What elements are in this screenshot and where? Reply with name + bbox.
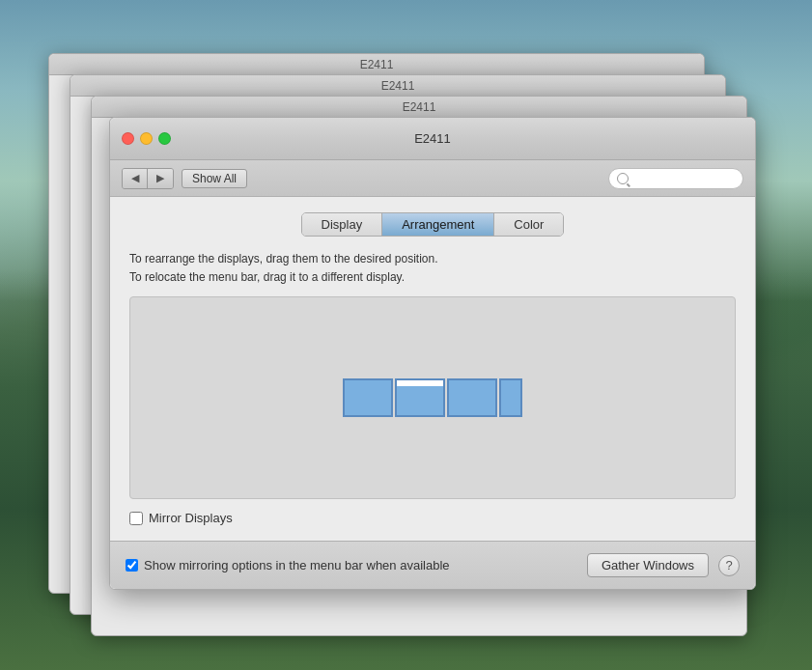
- show-mirroring-label: Show mirroring options in the menu bar w…: [144, 558, 450, 572]
- window-title: E2411: [414, 131, 451, 146]
- tab-arrangement[interactable]: Arrangement: [382, 213, 494, 236]
- tab-display[interactable]: Display: [302, 213, 383, 236]
- monitors-group: [343, 378, 522, 417]
- forward-button[interactable]: ▶: [148, 169, 173, 188]
- close-button[interactable]: [122, 132, 134, 145]
- search-icon: [617, 173, 629, 184]
- monitor-1[interactable]: [343, 378, 393, 417]
- search-input[interactable]: [632, 172, 735, 185]
- mirror-displays-checkbox[interactable]: [129, 512, 143, 525]
- menubar-indicator: [397, 380, 443, 386]
- tabs-container: Display Arrangement Color: [129, 212, 736, 237]
- show-all-button[interactable]: Show All: [182, 169, 247, 188]
- content-area: Display Arrangement Color To rearrange t…: [110, 197, 755, 541]
- search-box[interactable]: [608, 168, 743, 189]
- titlebar: E2411: [110, 118, 755, 160]
- show-mirroring-row: Show mirroring options in the menu bar w…: [126, 558, 577, 572]
- ghost-titlebar-3: E2411: [92, 97, 746, 118]
- tab-color[interactable]: Color: [494, 213, 563, 236]
- help-button[interactable]: ?: [718, 555, 740, 576]
- monitor-3[interactable]: [447, 378, 497, 417]
- tabs: Display Arrangement Color: [301, 212, 565, 237]
- mirror-displays-label: Mirror Displays: [149, 511, 233, 525]
- instruction-line-1: To rearrange the displays, drag them to …: [129, 250, 736, 268]
- instructions: To rearrange the displays, drag them to …: [129, 250, 736, 287]
- ghost-titlebar-2: E2411: [70, 75, 725, 97]
- arrangement-box: [129, 296, 736, 499]
- bottom-bar: Show mirroring options in the menu bar w…: [110, 541, 755, 589]
- monitor-4[interactable]: [499, 378, 522, 417]
- maximize-button[interactable]: [158, 132, 171, 145]
- instruction-line-2: To relocate the menu bar, drag it to a d…: [129, 268, 736, 287]
- gather-windows-button[interactable]: Gather Windows: [587, 553, 709, 577]
- ghost-titlebar-1: E2411: [49, 54, 704, 75]
- show-mirroring-checkbox[interactable]: [126, 559, 138, 572]
- nav-arrows: ◀ ▶: [122, 168, 174, 189]
- back-button[interactable]: ◀: [123, 169, 148, 188]
- main-window: E2411 ◀ ▶ Show All Display: [109, 117, 756, 590]
- traffic-lights: [122, 132, 171, 145]
- monitor-2[interactable]: [395, 378, 445, 417]
- mirror-displays-row: Mirror Displays: [129, 511, 736, 525]
- minimize-button[interactable]: [140, 132, 153, 145]
- toolbar: ◀ ▶ Show All: [110, 160, 755, 197]
